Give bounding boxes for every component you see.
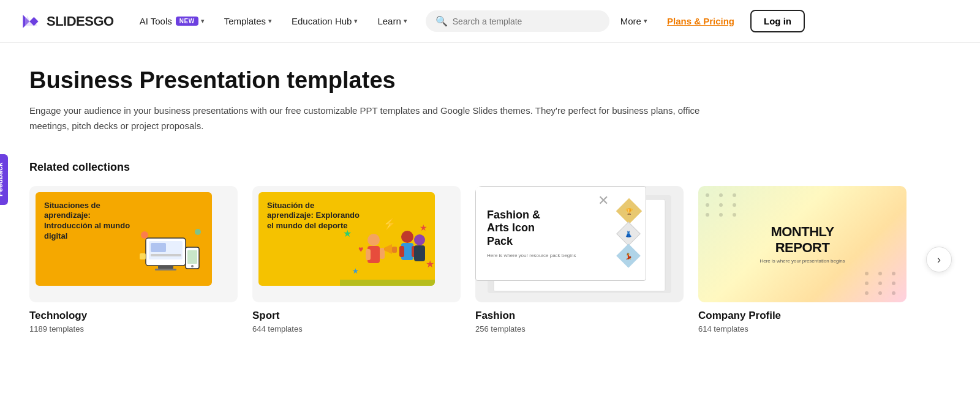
svg-rect-23 <box>392 247 397 253</box>
company-slide-content: MONTHLYREPORT Here is where your present… <box>760 224 845 264</box>
svg-text:★: ★ <box>352 267 359 275</box>
technology-illustration <box>140 220 207 281</box>
sport-collection-count: 644 templates <box>252 324 461 334</box>
svg-rect-22 <box>380 248 385 259</box>
collections-carousel: Situaciones de aprendizaje: Introducción… <box>29 186 951 334</box>
sport-collection-name: Sport <box>252 310 461 322</box>
sport-thumb: Situación de aprendizaje: Explorando el … <box>252 186 461 302</box>
logo-link[interactable]: SLIDESGO <box>20 10 114 32</box>
fashion-thumb: Fashion & Arts Icon Pack Here is where y… <box>475 186 684 302</box>
collection-card-technology[interactable]: Situaciones de aprendizaje: Introducción… <box>29 186 238 334</box>
svg-point-10 <box>141 231 148 239</box>
svg-rect-30 <box>340 280 435 286</box>
search-input[interactable] <box>453 17 600 26</box>
svg-rect-8 <box>187 250 197 264</box>
company-collection-name: Company Profile <box>698 310 907 322</box>
company-thumb: MONTHLYREPORT Here is where your present… <box>698 186 907 302</box>
technology-collection-name: Technology <box>29 310 238 322</box>
svg-rect-29 <box>414 245 425 261</box>
search-bar[interactable]: 🔍 <box>426 10 609 32</box>
svg-rect-3 <box>158 266 173 269</box>
nav-ai-tools-badge: NEW <box>176 17 198 26</box>
learn-chevron-icon: ▾ <box>404 17 407 25</box>
login-button[interactable]: Log in <box>750 10 805 32</box>
collection-card-fashion[interactable]: Fashion & Arts Icon Pack Here is where y… <box>475 186 684 334</box>
svg-point-11 <box>195 229 201 235</box>
technology-thumb: Situaciones de aprendizaje: Introducción… <box>29 186 238 302</box>
sport-slide-title: Situación de aprendizaje: Explorando el … <box>267 201 363 232</box>
main-content: Business Presentation templates Engage y… <box>0 43 980 358</box>
svg-rect-12 <box>140 253 146 259</box>
collection-card-company[interactable]: MONTHLYREPORT Here is where your present… <box>698 186 907 334</box>
nav-templates[interactable]: Templates ▾ <box>216 11 281 31</box>
company-dots-bottomright <box>865 272 899 295</box>
svg-point-19 <box>368 234 380 246</box>
company-collection-count: 614 templates <box>698 324 907 334</box>
navbar: SLIDESGO AI Tools NEW ▾ Templates ▾ Educ… <box>0 0 980 43</box>
related-collections-section: Related collections Situaciones de apren… <box>29 161 951 334</box>
education-hub-chevron-icon: ▾ <box>354 17 358 25</box>
svg-text:♥: ♥ <box>358 244 363 254</box>
company-slide-subtitle: Here is where your presentation begins <box>760 258 845 264</box>
nav-ai-tools[interactable]: AI Tools NEW ▾ <box>131 11 213 31</box>
nav-learn-label: Learn <box>377 16 401 26</box>
svg-point-24 <box>401 231 413 243</box>
fashion-collection-count: 256 templates <box>475 324 684 334</box>
svg-rect-21 <box>366 249 371 260</box>
collection-card-sport[interactable]: Situación de aprendizaje: Explorando el … <box>252 186 461 334</box>
related-collections-heading: Related collections <box>29 161 951 174</box>
templates-chevron-icon: ▾ <box>268 17 272 25</box>
technology-collection-count: 1189 templates <box>29 324 238 334</box>
company-dots-topleft <box>706 193 740 217</box>
fashion-diamond-2: 👗 <box>616 222 641 247</box>
search-icon: 🔍 <box>435 15 448 27</box>
logo-text: SLIDESGO <box>47 13 114 29</box>
ai-tools-chevron-icon: ▾ <box>201 17 205 25</box>
svg-text:★: ★ <box>426 259 434 269</box>
svg-text:⚡: ⚡ <box>383 218 397 231</box>
carousel-next-button[interactable]: › <box>926 247 952 272</box>
nav-learn[interactable]: Learn ▾ <box>369 11 415 31</box>
fashion-diamonds: 🏆 👗 💃 <box>620 202 638 264</box>
nav-more[interactable]: More ▾ <box>612 11 656 31</box>
fashion-slide-subtitle: Here is where your resource pack begins <box>487 253 635 258</box>
nav-more-label: More <box>620 16 641 26</box>
more-chevron-icon: ▾ <box>644 17 647 25</box>
technology-slide-title: Situaciones de aprendizaje: Introducción… <box>44 201 132 242</box>
svg-point-9 <box>191 265 194 267</box>
fashion-slide-title: Fashion & Arts Icon Pack <box>487 209 560 248</box>
nav-plans-pricing[interactable]: Plans & Pricing <box>658 11 743 31</box>
nav-education-hub-label: Education Hub <box>292 16 352 26</box>
nav-templates-label: Templates <box>224 16 266 26</box>
feedback-button[interactable]: Feedback <box>0 154 8 205</box>
svg-rect-5 <box>151 243 166 252</box>
fashion-collection-name: Fashion <box>475 310 684 322</box>
page-title: Business Presentation templates <box>29 67 951 94</box>
page-description: Engage your audience in your business pr… <box>29 103 703 134</box>
nav-education-hub[interactable]: Education Hub ▾ <box>283 11 366 31</box>
svg-text:★: ★ <box>420 223 428 233</box>
svg-rect-4 <box>155 269 176 270</box>
fashion-diamond-1: 🏆 <box>616 198 642 224</box>
fashion-diamond-3: 💃 <box>616 244 641 269</box>
svg-rect-26 <box>399 246 404 257</box>
svg-point-28 <box>414 234 425 245</box>
svg-rect-6 <box>151 254 181 256</box>
fashion-cross-icon: ✕ <box>598 193 609 209</box>
company-slide-title: MONTHLYREPORT <box>760 224 845 256</box>
nav-ai-tools-label: AI Tools <box>140 16 172 26</box>
